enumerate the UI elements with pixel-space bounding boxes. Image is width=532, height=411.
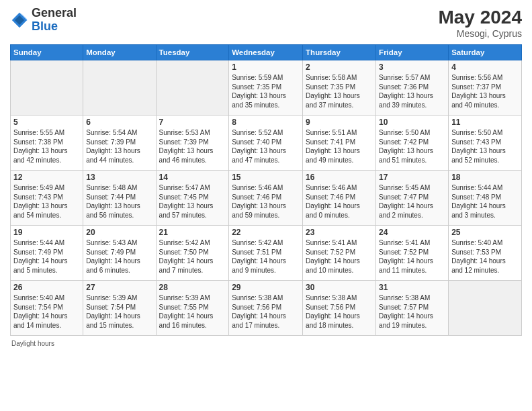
day-info: Sunrise: 5:50 AM Sunset: 7:42 PM Dayligh… [379, 128, 445, 165]
month-year: May 2024 [438, 7, 522, 28]
day-info: Sunrise: 5:44 AM Sunset: 7:48 PM Dayligh… [451, 183, 519, 220]
table-row: 25Sunrise: 5:40 AM Sunset: 7:53 PM Dayli… [449, 226, 522, 281]
table-row: 24Sunrise: 5:41 AM Sunset: 7:52 PM Dayli… [376, 226, 449, 281]
day-info: Sunrise: 5:38 AM Sunset: 7:57 PM Dayligh… [379, 293, 445, 330]
logo-icon [10, 11, 29, 30]
table-row: 7Sunrise: 5:53 AM Sunset: 7:39 PM Daylig… [156, 116, 229, 171]
location: Mesogi, Cyprus [438, 28, 522, 39]
table-row: 4Sunrise: 5:56 AM Sunset: 7:37 PM Daylig… [449, 60, 522, 116]
day-number: 23 [306, 228, 373, 237]
day-info: Sunrise: 5:48 AM Sunset: 7:44 PM Dayligh… [86, 183, 152, 220]
day-number: 25 [451, 228, 519, 237]
footer: Daylight hours [10, 340, 522, 347]
daylight-hours-label: Daylight hours [11, 340, 54, 347]
day-info: Sunrise: 5:46 AM Sunset: 7:46 PM Dayligh… [306, 183, 373, 220]
day-number: 11 [451, 118, 519, 127]
table-row: 13Sunrise: 5:48 AM Sunset: 7:44 PM Dayli… [83, 171, 156, 226]
day-info: Sunrise: 5:45 AM Sunset: 7:47 PM Dayligh… [379, 183, 445, 220]
table-row [11, 60, 83, 116]
col-saturday: Saturday [449, 45, 522, 60]
col-tuesday: Tuesday [156, 45, 229, 60]
day-number: 21 [159, 228, 226, 237]
table-row: 30Sunrise: 5:38 AM Sunset: 7:56 PM Dayli… [303, 281, 376, 336]
calendar-week-row: 1Sunrise: 5:59 AM Sunset: 7:35 PM Daylig… [11, 60, 522, 116]
day-info: Sunrise: 5:52 AM Sunset: 7:40 PM Dayligh… [232, 128, 300, 165]
day-info: Sunrise: 5:59 AM Sunset: 7:35 PM Dayligh… [232, 73, 300, 109]
day-number: 24 [379, 228, 445, 237]
day-number: 9 [306, 118, 373, 127]
table-row: 19Sunrise: 5:44 AM Sunset: 7:49 PM Dayli… [11, 226, 83, 281]
day-info: Sunrise: 5:38 AM Sunset: 7:56 PM Dayligh… [232, 293, 300, 330]
table-row: 28Sunrise: 5:39 AM Sunset: 7:55 PM Dayli… [156, 281, 229, 336]
day-info: Sunrise: 5:50 AM Sunset: 7:43 PM Dayligh… [451, 128, 519, 165]
day-info: Sunrise: 5:49 AM Sunset: 7:43 PM Dayligh… [13, 183, 80, 220]
day-info: Sunrise: 5:42 AM Sunset: 7:51 PM Dayligh… [232, 238, 300, 275]
table-row: 11Sunrise: 5:50 AM Sunset: 7:43 PM Dayli… [449, 116, 522, 171]
day-number: 13 [86, 173, 152, 182]
day-info: Sunrise: 5:47 AM Sunset: 7:45 PM Dayligh… [159, 183, 226, 220]
col-friday: Friday [376, 45, 449, 60]
table-row: 26Sunrise: 5:40 AM Sunset: 7:54 PM Dayli… [11, 281, 83, 336]
page: General Blue May 2024 Mesogi, Cyprus Sun… [0, 0, 532, 411]
day-number: 10 [379, 118, 445, 127]
day-number: 16 [306, 173, 373, 182]
table-row: 22Sunrise: 5:42 AM Sunset: 7:51 PM Dayli… [229, 226, 303, 281]
calendar-week-row: 26Sunrise: 5:40 AM Sunset: 7:54 PM Dayli… [11, 281, 522, 336]
day-number: 3 [379, 62, 445, 72]
table-row: 12Sunrise: 5:49 AM Sunset: 7:43 PM Dayli… [11, 171, 83, 226]
day-number: 15 [232, 173, 300, 182]
day-number: 22 [232, 228, 300, 237]
calendar-week-row: 5Sunrise: 5:55 AM Sunset: 7:38 PM Daylig… [11, 116, 522, 171]
day-info: Sunrise: 5:57 AM Sunset: 7:36 PM Dayligh… [379, 73, 445, 109]
table-row: 29Sunrise: 5:38 AM Sunset: 7:56 PM Dayli… [229, 281, 303, 336]
day-info: Sunrise: 5:41 AM Sunset: 7:52 PM Dayligh… [379, 238, 445, 275]
logo: General Blue [10, 7, 77, 34]
day-number: 12 [13, 173, 80, 182]
day-number: 28 [159, 283, 226, 292]
day-info: Sunrise: 5:51 AM Sunset: 7:41 PM Dayligh… [306, 128, 373, 165]
day-number: 29 [232, 283, 300, 292]
day-info: Sunrise: 5:39 AM Sunset: 7:55 PM Dayligh… [159, 293, 226, 330]
day-info: Sunrise: 5:58 AM Sunset: 7:35 PM Dayligh… [306, 73, 373, 109]
table-row: 14Sunrise: 5:47 AM Sunset: 7:45 PM Dayli… [156, 171, 229, 226]
day-number: 26 [13, 283, 80, 292]
calendar-week-row: 12Sunrise: 5:49 AM Sunset: 7:43 PM Dayli… [11, 171, 522, 226]
table-row: 20Sunrise: 5:43 AM Sunset: 7:49 PM Dayli… [83, 226, 156, 281]
table-row: 16Sunrise: 5:46 AM Sunset: 7:46 PM Dayli… [303, 171, 376, 226]
table-row: 1Sunrise: 5:59 AM Sunset: 7:35 PM Daylig… [229, 60, 303, 116]
title-block: May 2024 Mesogi, Cyprus [438, 7, 522, 39]
day-number: 20 [86, 228, 152, 237]
table-row: 27Sunrise: 5:39 AM Sunset: 7:54 PM Dayli… [83, 281, 156, 336]
table-row: 5Sunrise: 5:55 AM Sunset: 7:38 PM Daylig… [11, 116, 83, 171]
col-thursday: Thursday [303, 45, 376, 60]
col-sunday: Sunday [11, 45, 83, 60]
day-number: 30 [306, 283, 373, 292]
table-row: 9Sunrise: 5:51 AM Sunset: 7:41 PM Daylig… [303, 116, 376, 171]
header: General Blue May 2024 Mesogi, Cyprus [10, 7, 522, 39]
day-number: 31 [379, 283, 445, 292]
day-info: Sunrise: 5:55 AM Sunset: 7:38 PM Dayligh… [13, 128, 80, 165]
day-info: Sunrise: 5:43 AM Sunset: 7:49 PM Dayligh… [86, 238, 152, 275]
day-number: 18 [451, 173, 519, 182]
day-info: Sunrise: 5:53 AM Sunset: 7:39 PM Dayligh… [159, 128, 226, 165]
day-number: 6 [86, 118, 152, 127]
day-number: 4 [451, 62, 519, 72]
logo-text: General Blue [32, 7, 77, 34]
table-row: 15Sunrise: 5:46 AM Sunset: 7:46 PM Dayli… [229, 171, 303, 226]
table-row: 8Sunrise: 5:52 AM Sunset: 7:40 PM Daylig… [229, 116, 303, 171]
calendar-week-row: 19Sunrise: 5:44 AM Sunset: 7:49 PM Dayli… [11, 226, 522, 281]
day-info: Sunrise: 5:40 AM Sunset: 7:54 PM Dayligh… [13, 293, 80, 330]
day-number: 27 [86, 283, 152, 292]
table-row: 23Sunrise: 5:41 AM Sunset: 7:52 PM Dayli… [303, 226, 376, 281]
day-number: 8 [232, 118, 300, 127]
table-row: 18Sunrise: 5:44 AM Sunset: 7:48 PM Dayli… [449, 171, 522, 226]
day-info: Sunrise: 5:39 AM Sunset: 7:54 PM Dayligh… [86, 293, 152, 330]
table-row [156, 60, 229, 116]
day-number: 14 [159, 173, 226, 182]
logo-general-text: General [32, 6, 77, 19]
day-number: 7 [159, 118, 226, 127]
day-number: 5 [13, 118, 80, 127]
day-number: 17 [379, 173, 445, 182]
logo-blue-text: Blue [32, 19, 58, 33]
day-info: Sunrise: 5:41 AM Sunset: 7:52 PM Dayligh… [306, 238, 373, 275]
